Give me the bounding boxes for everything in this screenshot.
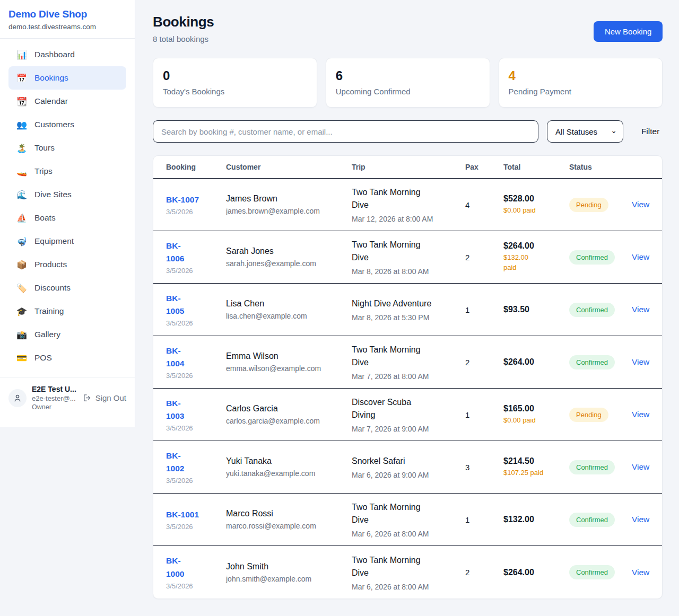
- view-link[interactable]: View: [632, 200, 649, 209]
- actions-cell: View: [632, 410, 649, 419]
- total-cell: $528.00 $0.00 paid: [503, 194, 569, 216]
- customer-email: yuki.tanaka@example.com: [226, 469, 352, 478]
- table-row: BK- 1004 3/5/2026 Emma Wilson emma.wilso…: [153, 336, 662, 389]
- status-badge: Confirmed: [569, 355, 615, 369]
- booking-date: 3/5/2026: [166, 477, 226, 485]
- island-icon: 🏝️: [16, 143, 28, 153]
- sidebar-item-label: Dive Sites: [34, 190, 72, 199]
- page-title: Bookings: [153, 14, 214, 30]
- paid-amount: $132.00 paid: [503, 253, 569, 273]
- status-cell: Confirmed: [569, 513, 632, 527]
- stat-card: 4 Pending Payment: [499, 58, 663, 108]
- status-badge: Confirmed: [569, 460, 615, 474]
- sidebar-item-dive-sites[interactable]: 🌊 Dive Sites: [8, 183, 126, 206]
- sign-out-button[interactable]: Sign Out: [83, 393, 126, 402]
- main-content: Bookings 8 total bookings New Booking 0 …: [135, 0, 679, 616]
- booking-date: 3/5/2026: [166, 208, 226, 216]
- stat-label: Today's Bookings: [163, 87, 307, 96]
- booking-id-link[interactable]: BK- 1003: [166, 397, 226, 423]
- status-badge: Confirmed: [569, 303, 615, 317]
- total-amount: $214.50: [503, 456, 569, 466]
- view-link[interactable]: View: [632, 252, 649, 261]
- status-cell: Confirmed: [569, 565, 632, 579]
- customer-email: marco.rossi@example.com: [226, 522, 352, 530]
- bookings-table: Booking Customer Trip Pax Total Status B…: [153, 155, 663, 599]
- new-booking-button[interactable]: New Booking: [594, 21, 663, 42]
- table-row: BK-1007 3/5/2026 James Brown james.brown…: [153, 179, 662, 231]
- booking-id-link[interactable]: BK-1007: [166, 193, 226, 206]
- booking-id-link[interactable]: BK- 1000: [166, 555, 226, 580]
- sidebar-item-calendar[interactable]: 📆 Calendar: [8, 90, 126, 113]
- sidebar-item-bookings[interactable]: 📅 Bookings: [8, 66, 126, 90]
- view-link[interactable]: View: [632, 357, 649, 366]
- actions-cell: View: [632, 462, 649, 472]
- table-header-row: Booking Customer Trip Pax Total Status: [153, 156, 662, 179]
- booking-id-link[interactable]: BK-1001: [166, 508, 226, 521]
- paid-amount: $107.25 paid: [503, 468, 569, 478]
- customer-email: sarah.jones@example.com: [226, 259, 352, 268]
- view-link[interactable]: View: [632, 410, 649, 419]
- table-body: BK-1007 3/5/2026 James Brown james.brown…: [153, 179, 662, 599]
- customer-cell: Emma Wilson emma.wilson@example.com: [226, 351, 352, 373]
- status-cell: Confirmed: [569, 355, 632, 369]
- view-link[interactable]: View: [632, 305, 649, 314]
- sidebar-item-boats[interactable]: ⛵ Boats: [8, 206, 126, 230]
- column-header-trip: Trip: [352, 163, 465, 171]
- sidebar-item-customers[interactable]: 👥 Customers: [8, 113, 126, 136]
- sidebar-item-label: Boats: [34, 213, 56, 223]
- actions-cell: View: [632, 305, 649, 314]
- pax-value: 1: [465, 515, 503, 524]
- trip-datetime: Mar 12, 2026 at 8:00 AM: [352, 215, 465, 223]
- trip-name: Discover Scuba Diving: [352, 396, 465, 421]
- column-header-pax: Pax: [465, 163, 503, 171]
- sidebar-item-trips[interactable]: 🚤 Trips: [8, 160, 126, 183]
- tear-off-calendar-icon: 📆: [16, 96, 28, 107]
- sidebar-item-gallery[interactable]: 📸 Gallery: [8, 323, 126, 346]
- sidebar-item-dashboard[interactable]: 📊 Dashboard: [8, 43, 126, 66]
- sidebar-item-training[interactable]: 🎓 Training: [8, 300, 126, 323]
- sidebar-item-tours[interactable]: 🏝️ Tours: [8, 136, 126, 160]
- sidebar-item-equipment[interactable]: 🤿 Equipment: [8, 230, 126, 253]
- user-role: Owner: [32, 403, 77, 411]
- booking-cell: BK- 1006 3/5/2026: [166, 240, 226, 275]
- booking-id-link[interactable]: BK- 1002: [166, 450, 226, 475]
- view-link[interactable]: View: [632, 568, 649, 577]
- booking-id-link[interactable]: BK- 1005: [166, 292, 226, 318]
- sidebar-item-label: Bookings: [34, 73, 68, 83]
- view-link[interactable]: View: [632, 462, 649, 471]
- stat-label: Upcoming Confirmed: [336, 87, 480, 96]
- stat-label: Pending Payment: [509, 87, 653, 96]
- status-select[interactable]: All Statuses: [547, 120, 623, 143]
- customer-email: james.brown@example.com: [226, 207, 352, 215]
- sidebar-item-pos[interactable]: 💳 POS: [8, 346, 126, 369]
- pax-value: 1: [465, 410, 503, 419]
- column-header-booking: Booking: [166, 163, 226, 171]
- trip-cell: Two Tank Morning Dive Mar 8, 2026 at 8:0…: [352, 239, 465, 276]
- page-header-text: Bookings 8 total bookings: [153, 14, 214, 43]
- pax-value: 2: [465, 568, 503, 577]
- customer-name: Marco Rossi: [226, 509, 352, 518]
- search-input[interactable]: [153, 120, 538, 143]
- sidebar-item-products[interactable]: 📦 Products: [8, 253, 126, 276]
- actions-cell: View: [632, 357, 649, 367]
- page-header: Bookings 8 total bookings New Booking: [153, 14, 663, 43]
- booking-id-link[interactable]: BK- 1006: [166, 240, 226, 265]
- stat-value: 0: [163, 68, 307, 83]
- booking-cell: BK- 1000 3/5/2026: [166, 555, 226, 589]
- sidebar-item-label: Training: [34, 306, 64, 316]
- booking-cell: BK-1001 3/5/2026: [166, 508, 226, 531]
- table-row: BK- 1006 3/5/2026 Sarah Jones sarah.jone…: [153, 231, 662, 284]
- sailboat-icon: ⛵: [16, 213, 28, 223]
- view-link[interactable]: View: [632, 515, 649, 524]
- customer-name: John Smith: [226, 562, 352, 571]
- customer-cell: John Smith john.smith@example.com: [226, 562, 352, 583]
- booking-id-link[interactable]: BK- 1004: [166, 345, 226, 370]
- user-email: e2e-tester@...: [32, 394, 77, 402]
- booking-date: 3/5/2026: [166, 319, 226, 327]
- sidebar-item-discounts[interactable]: 🏷️ Discounts: [8, 276, 126, 300]
- booking-date: 3/5/2026: [166, 582, 226, 590]
- status-badge: Pending: [569, 408, 608, 422]
- filter-button[interactable]: Filter: [641, 127, 659, 136]
- trip-name: Two Tank Morning Dive: [352, 501, 465, 526]
- stat-value: 6: [336, 68, 480, 83]
